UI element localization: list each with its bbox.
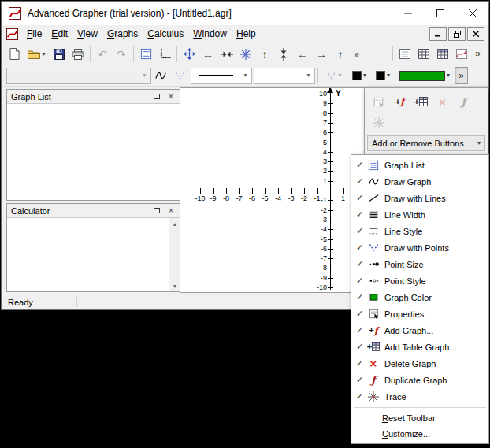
- menu-item-customize[interactable]: Customize...: [351, 426, 488, 442]
- graphs-toolbar-overflow-button[interactable]: »: [455, 67, 468, 84]
- menubar: File Edit View Graphs Calculus Window He…: [2, 25, 488, 43]
- y-tick: [328, 258, 333, 259]
- close-button[interactable]: [456, 2, 488, 25]
- zoom-star-icon: [240, 49, 251, 60]
- function-combo[interactable]: ▾: [6, 68, 151, 84]
- y-tick: [328, 200, 333, 201]
- menu-item-add-graph[interactable]: ✓ +ƒ Add Graph...: [351, 322, 488, 339]
- point-color-swatch: [352, 71, 362, 80]
- trace-button[interactable]: [369, 113, 388, 132]
- draw-with-points-button[interactable]: [170, 67, 189, 84]
- graph-color-button[interactable]: ▾: [395, 67, 455, 84]
- save-button[interactable]: [50, 46, 69, 63]
- menu-item-delete-graph[interactable]: ✓ × Delete Graph: [351, 355, 488, 372]
- menu-item-label: Customize...: [382, 429, 430, 439]
- toggle-graph-list-button[interactable]: [395, 45, 414, 62]
- menu-item-draw-with-points[interactable]: ✓ Draw with Points: [351, 239, 488, 256]
- default-zoom-button[interactable]: [236, 46, 255, 63]
- y-tick-label: -7: [310, 254, 327, 262]
- menu-item-label: Graph List: [381, 161, 425, 170]
- mdi-close-button[interactable]: [467, 27, 484, 41]
- line-color-button[interactable]: ▾: [371, 67, 395, 84]
- x-tick: [200, 188, 201, 194]
- menu-item-graph-list[interactable]: ✓ Graph List: [351, 157, 488, 173]
- maximize-button[interactable]: [424, 2, 456, 25]
- add-remove-buttons-item[interactable]: Add or Remove Buttons ▾: [367, 135, 485, 151]
- zoom-toolbar-overflow-button[interactable]: »: [350, 46, 363, 63]
- menu-item-reset-toolbar[interactable]: Reset Toolbar: [351, 410, 488, 426]
- analysis-button[interactable]: [452, 45, 471, 62]
- line-width-combo[interactable]: ▾: [191, 68, 252, 84]
- undo-button[interactable]: ↶: [93, 46, 112, 63]
- shrink-x-button[interactable]: [217, 46, 236, 63]
- menu-item-point-style[interactable]: ✓ Point Style: [351, 272, 488, 289]
- point-style-dropdown-button[interactable]: ▾: [321, 67, 347, 84]
- duplicate-graph-button[interactable]: ƒ: [454, 92, 473, 111]
- add-remove-buttons-menu: ✓ Graph List ✓ Draw Graph ✓ Draw with Li…: [351, 154, 489, 444]
- mdi-restore-button[interactable]: [448, 27, 466, 41]
- close-icon: ×: [169, 93, 173, 101]
- calculator-scrollbar[interactable]: ▲ ▼: [169, 218, 180, 291]
- add-table-graph-button[interactable]: +: [411, 92, 431, 111]
- delete-graph-button[interactable]: ×: [432, 92, 452, 111]
- menu-item-add-table-graph[interactable]: ✓ + Add Table Graph...: [351, 339, 488, 355]
- menu-calculus[interactable]: Calculus: [143, 26, 188, 42]
- shrink-y-button[interactable]: [274, 46, 293, 63]
- menu-item-label: Trace: [381, 392, 406, 402]
- graph-list-body[interactable]: [7, 104, 180, 200]
- draw-graph-button[interactable]: [151, 67, 170, 84]
- menu-item-draw-graph[interactable]: ✓ Draw Graph: [351, 173, 488, 190]
- scrollbar-up-icon[interactable]: ▲: [169, 218, 180, 229]
- graph-list-float-button[interactable]: [151, 91, 162, 102]
- calculator-button[interactable]: [414, 45, 433, 62]
- stretch-y-button[interactable]: ↕: [255, 46, 274, 63]
- line-style-icon: [366, 224, 381, 238]
- line-style-combo[interactable]: ▾: [254, 68, 315, 84]
- graph-list-close-button[interactable]: ×: [165, 91, 176, 102]
- view-toolbar-overflow-button[interactable]: »: [471, 45, 484, 62]
- scroll-left-button[interactable]: ←: [293, 46, 312, 63]
- move-tool-button[interactable]: [180, 46, 199, 63]
- toolbar-separator: [392, 46, 393, 61]
- y-tick-label: 7: [310, 119, 327, 127]
- mdi-minimize-button[interactable]: [429, 27, 447, 41]
- menu-edit[interactable]: Edit: [46, 26, 72, 42]
- calculator-float-button[interactable]: [151, 205, 162, 216]
- minimize-button[interactable]: [392, 2, 424, 25]
- open-file-button[interactable]: ▾: [24, 46, 50, 63]
- menu-item-point-size[interactable]: ✓ Point Size: [351, 256, 488, 272]
- menu-item-trace[interactable]: ✓ Trace: [351, 388, 488, 405]
- menu-item-draw-with-lines[interactable]: ✓ Draw with Lines: [351, 190, 488, 206]
- point-color-button[interactable]: ▾: [347, 67, 371, 84]
- calculator-body[interactable]: ▲ ▼: [7, 218, 180, 291]
- add-graph-button[interactable]: +ƒ: [390, 92, 410, 111]
- properties-button[interactable]: [369, 92, 388, 111]
- scrollbar-down-icon[interactable]: ▼: [169, 280, 180, 291]
- menu-item-line-width[interactable]: ✓ Line Width: [351, 206, 488, 223]
- print-button[interactable]: [69, 46, 87, 63]
- menu-item-duplicate-graph[interactable]: ✓ ƒ Duplicate Graph: [351, 372, 488, 388]
- menu-view[interactable]: View: [72, 26, 102, 42]
- new-file-button[interactable]: [5, 46, 24, 63]
- menu-item-graph-color[interactable]: ✓ Graph Color: [351, 289, 488, 305]
- menu-graphs[interactable]: Graphs: [102, 26, 143, 42]
- menu-window[interactable]: Window: [188, 26, 232, 42]
- document-system-icon[interactable]: [6, 28, 18, 40]
- axes-setup-button[interactable]: [155, 46, 174, 63]
- menu-item-properties[interactable]: ✓ Properties: [351, 305, 488, 322]
- calculator-close-button[interactable]: ×: [165, 205, 176, 216]
- redo-button[interactable]: ↷: [112, 46, 131, 63]
- scroll-right-button[interactable]: →: [312, 46, 331, 63]
- line-style-preview: [262, 76, 296, 76]
- y-tick: [328, 132, 333, 133]
- menu-file[interactable]: File: [22, 26, 46, 42]
- y-axis-arrow: [327, 87, 333, 93]
- scroll-up-button[interactable]: ↑: [331, 46, 350, 63]
- graph-list-button[interactable]: [136, 46, 155, 63]
- table-of-values-button[interactable]: [433, 45, 452, 62]
- menu-help[interactable]: Help: [232, 26, 261, 42]
- stretch-x-button[interactable]: ↔: [199, 46, 217, 63]
- menu-item-line-style[interactable]: ✓ Line Style: [351, 223, 488, 239]
- y-tick-label: 10: [310, 90, 327, 98]
- check-icon: ✓: [354, 325, 366, 335]
